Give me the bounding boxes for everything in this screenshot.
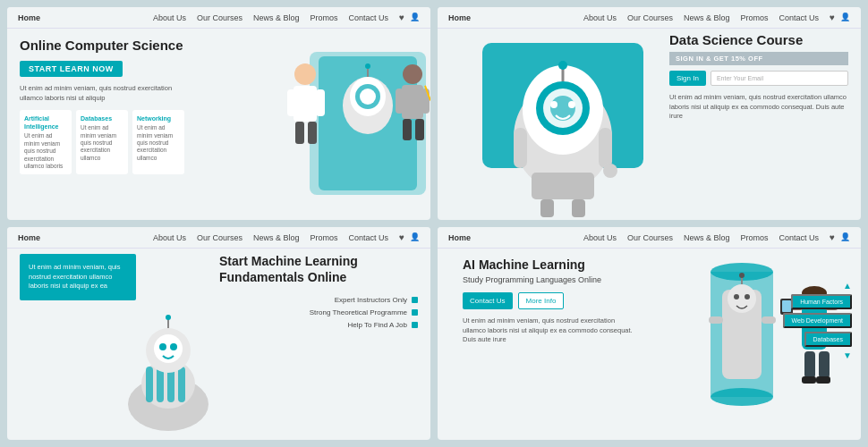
contact-button[interactable]: Contact Us <box>463 292 513 309</box>
svg-point-26 <box>550 96 575 121</box>
heart-icon-1[interactable] <box>399 13 404 22</box>
nav-courses-1[interactable]: Our Courses <box>197 13 243 22</box>
svg-point-51 <box>711 388 773 406</box>
heart-icon-2[interactable] <box>830 13 835 22</box>
panel-online-cs: Home About Us Our Courses News & Blog Pr… <box>7 7 430 220</box>
svg-rect-35 <box>540 199 554 217</box>
feature-3-text: Help To Find A Job <box>347 321 407 329</box>
button-row-4: Contact Us More Info <box>463 292 643 309</box>
nav-about-1[interactable]: About Us <box>153 13 186 22</box>
content-3: Start Machine Learning Fundamentals Onli… <box>207 245 430 342</box>
nav-home-3[interactable]: Home <box>18 233 40 242</box>
user-icon-2[interactable] <box>840 13 850 22</box>
nav-news-2[interactable]: News & Blog <box>684 13 730 22</box>
arrow-up-icon[interactable]: ▲ <box>843 281 852 291</box>
nav-about-2[interactable]: About Us <box>583 13 617 22</box>
svg-point-55 <box>745 294 750 299</box>
page-title-4: AI Machine Learning <box>463 257 643 273</box>
card-db-title: Databases <box>81 114 123 122</box>
card-net-text: Ut enim ad minim veniam quis nostrud exe… <box>137 124 180 162</box>
tag-web-dev[interactable]: Web Development <box>783 313 852 328</box>
nav-about-4[interactable]: About Us <box>583 233 617 242</box>
nav-contact-1[interactable]: Contact Us <box>349 13 389 22</box>
nav-news-4[interactable]: News & Blog <box>684 233 730 242</box>
card-net: Networking Ut enim ad minim veniam quis … <box>132 110 184 174</box>
content-1: Online Computer Science START LEARN NOW … <box>7 29 430 183</box>
nav-contact-2[interactable]: Contact Us <box>779 13 820 22</box>
tag-databases[interactable]: Databases <box>804 332 852 347</box>
svg-rect-42 <box>178 367 185 402</box>
description-2: Ut enim ad minim veniam, quis nostrud ex… <box>669 93 848 122</box>
panel-ml-fundamentals: Home About Us Our Courses News & Blog Pr… <box>7 227 430 440</box>
svg-point-27 <box>550 101 557 108</box>
svg-point-46 <box>170 343 177 350</box>
arrow-down-icon[interactable]: ▼ <box>843 350 852 360</box>
card-db-text: Ut enim ad minim veniam quis nostrud exe… <box>81 124 123 162</box>
svg-rect-39 <box>146 367 153 402</box>
nav-2: Home About Us Our Courses News & Blog Pr… <box>438 7 861 29</box>
robot-illustration-3 <box>7 297 141 440</box>
robot-illustration-4 <box>700 245 785 424</box>
feature-3: Help To Find A Job <box>219 321 418 329</box>
nav-contact-3[interactable]: Contact Us <box>349 233 389 242</box>
svg-point-33 <box>603 164 617 178</box>
signin-row: Sign In Enter Your Email <box>669 71 848 86</box>
user-icon-4[interactable] <box>840 232 850 242</box>
user-icon-1[interactable] <box>410 13 420 22</box>
description-1: Ut enim ad minim veniam, quis nostrud ex… <box>20 84 194 103</box>
svg-rect-69 <box>802 376 816 384</box>
nav-promos-2[interactable]: Promos <box>741 13 769 22</box>
tag-human-factors[interactable]: Human Factors <box>791 294 852 309</box>
cta-button-1[interactable]: START LEARN NOW <box>20 61 123 77</box>
nav-news-1[interactable]: News & Blog <box>253 13 300 22</box>
page-title-3: Start Machine Learning Fundamentals Onli… <box>219 254 418 285</box>
nav-about-3[interactable]: About Us <box>153 233 186 242</box>
card-ai-text: Ut enim ad minim veniam quis nostrud exe… <box>24 132 67 170</box>
svg-point-48 <box>166 315 171 320</box>
nav-contact-4[interactable]: Contact Us <box>779 233 820 242</box>
nav-3: Home About Us Our Courses News & Blog Pr… <box>7 227 430 249</box>
nav-home-4[interactable]: Home <box>448 233 471 242</box>
page-title-1: Online Computer Science <box>20 38 199 54</box>
subheading-4: Study Programming Languages Online <box>463 275 643 286</box>
card-ai: Artificial Intelligence Ut enim ad minim… <box>20 110 72 174</box>
nav-promos-1[interactable]: Promos <box>311 13 338 22</box>
feature-1-text: Expert Instructors Only <box>335 296 407 304</box>
svg-point-57 <box>739 273 745 278</box>
svg-point-30 <box>558 61 567 70</box>
nav-home-1[interactable]: Home <box>18 13 40 22</box>
feature-1-dot <box>412 297 418 303</box>
nav-courses-2[interactable]: Our Courses <box>627 13 673 22</box>
card-ai-title: Artificial Intelligence <box>24 114 67 131</box>
feature-cards: Artificial Intelligence Ut enim ad minim… <box>20 110 418 174</box>
nav-home-2[interactable]: Home <box>448 13 471 22</box>
sidebar-tags: ▲ Human Factors Web Development Database… <box>783 281 852 360</box>
heart-icon-4[interactable] <box>830 232 835 242</box>
page-title-2: Data Science Course <box>669 32 848 48</box>
svg-rect-59 <box>762 316 776 324</box>
signin-button[interactable]: Sign In <box>669 71 706 86</box>
nav-1: Home About Us Our Courses News & Blog Pr… <box>7 7 430 29</box>
panel-ai-ml: Home About Us Our Courses News & Blog Pr… <box>438 227 861 440</box>
content-4: AI Machine Learning Study Programming La… <box>450 249 656 354</box>
description-4: Ut enim ad minim veniam, quis nostrud ex… <box>463 316 633 345</box>
nav-promos-4[interactable]: Promos <box>741 233 769 242</box>
panel-data-science: Home About Us Our Courses News & Blog Pr… <box>438 7 861 220</box>
more-info-button[interactable]: More Info <box>518 292 565 309</box>
feature-2: Strong Theoretical Programme <box>219 308 418 316</box>
nav-courses-4[interactable]: Our Courses <box>627 233 673 242</box>
email-input[interactable]: Enter Your Email <box>711 71 848 86</box>
card-db: Databases Ut enim ad minim veniam quis n… <box>76 110 128 174</box>
feature-3-dot <box>412 322 418 328</box>
nav-promos-3[interactable]: Promos <box>311 233 338 242</box>
feature-2-text: Strong Theoretical Programme <box>310 308 407 316</box>
svg-rect-31 <box>514 128 527 168</box>
card-net-title: Networking <box>137 114 180 122</box>
nav-courses-3[interactable]: Our Courses <box>197 233 243 242</box>
svg-rect-58 <box>709 316 723 324</box>
user-icon-3[interactable] <box>410 232 420 242</box>
svg-rect-70 <box>816 376 830 384</box>
nav-news-3[interactable]: News & Blog <box>253 233 300 242</box>
heart-icon-3[interactable] <box>399 232 404 242</box>
content-2: Data Science Course SIGN IN & GET 15% OF… <box>669 32 848 122</box>
